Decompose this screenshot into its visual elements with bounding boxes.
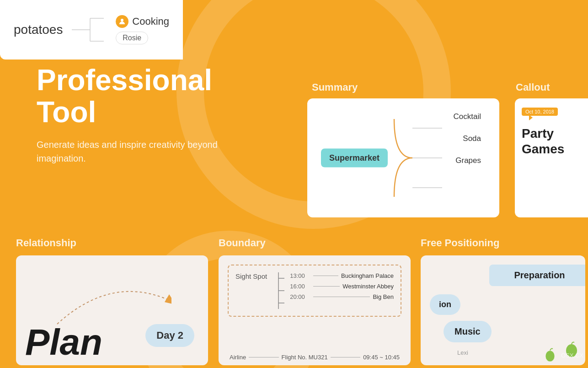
ion-node: ion — [430, 294, 460, 315]
airline-line-1 — [249, 357, 278, 357]
sight-item-0: 13:00 Buckingham Palace — [290, 272, 394, 279]
boundary-label: Boundary — [219, 237, 266, 249]
sight-label: Sight Spot — [235, 272, 267, 280]
potatoes-text: potatoes — [14, 22, 63, 37]
rosie-badge: Rosie — [116, 32, 148, 44]
mindmap: Supermarket Cocktail Soda Grapes — [316, 108, 490, 208]
plan-text: Plan — [25, 324, 102, 361]
hero-section: Professional Tool Generate ideas and ins… — [37, 64, 229, 165]
callout-label: Callout — [516, 81, 550, 93]
relationship-label: Relationship — [16, 237, 76, 249]
boundary-inner: Sight Spot 13:00 Buckingham Palace 16:00 — [228, 265, 401, 317]
svg-marker-11 — [165, 294, 171, 305]
line-connector-0 — [313, 276, 338, 276]
supermarket-node: Supermarket — [321, 149, 388, 168]
branch-item-1: Soda — [454, 134, 481, 143]
cooking-section: Cooking Rosie — [116, 15, 169, 44]
fork-svg — [272, 272, 285, 309]
free-pos-label: Free Positioning — [421, 237, 499, 249]
watermark-apple-icon — [542, 347, 558, 363]
hero-subtitle: Generate ideas and inspire creativity be… — [37, 138, 229, 165]
branch-items: Cocktail Soda Grapes — [454, 112, 481, 165]
sight-row: Sight Spot 13:00 Buckingham Palace 16:00 — [235, 272, 394, 309]
hero-title-line1: Professional — [37, 64, 212, 97]
watermark-text: OSX.CX — [561, 352, 583, 359]
party-games-text: Party Games — [522, 126, 581, 157]
cooking-text: Cooking — [132, 16, 169, 27]
sight-item-1: 16:00 Westminster Abbey — [290, 283, 394, 290]
line-connector-1 — [313, 286, 340, 287]
preparation-node: Preparation — [489, 265, 585, 286]
airline-line-2 — [331, 357, 360, 357]
brace-svg — [390, 114, 444, 206]
branch-item-2: Grapes — [454, 156, 481, 165]
hero-title-line2: Tool — [37, 96, 96, 129]
lexi-label: Lexi — [457, 349, 468, 356]
callout-date-wrapper: Oct 10, 2018 — [522, 108, 558, 120]
cooking-row: Cooking — [116, 15, 169, 28]
line-connector-2 — [313, 297, 370, 297]
date-badge: Oct 10, 2018 — [522, 108, 558, 116]
connector-lines-top — [72, 11, 107, 48]
hero-title: Professional Tool — [37, 64, 229, 129]
person-icon — [116, 15, 128, 28]
summary-card: Supermarket Cocktail Soda Grapes — [307, 98, 499, 217]
callout-card: Oct 10, 2018 Party Games — [515, 98, 588, 217]
boundary-card: Sight Spot 13:00 Buckingham Palace 16:00 — [219, 255, 411, 365]
watermark: OSX.CX — [542, 347, 583, 363]
sight-items: 13:00 Buckingham Palace 16:00 Westminste… — [290, 272, 394, 300]
music-node: Music — [444, 321, 492, 342]
top-right-card: potatoes Cooking Rosie — [0, 0, 183, 60]
relationship-card: Plan Day 2 — [16, 255, 208, 365]
summary-label: Summary — [312, 81, 358, 93]
sight-item-2: 20:00 Big Ben — [290, 293, 394, 300]
svg-point-4 — [121, 19, 123, 22]
airline-row: Airline Flight No. MU321 09:45 ~ 10:45 — [228, 354, 401, 361]
branch-item-0: Cocktail — [454, 112, 481, 121]
